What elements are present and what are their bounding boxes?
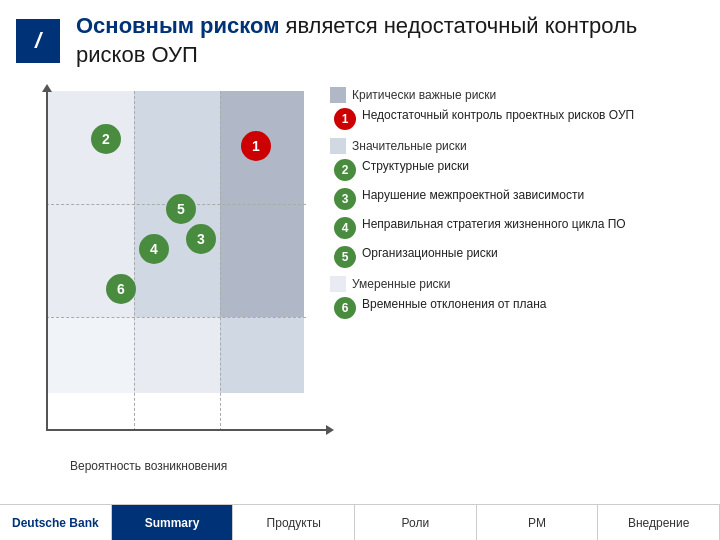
data-point-6: 6 (106, 274, 136, 304)
zone-bm (134, 317, 220, 393)
zone-tl (48, 91, 134, 204)
legend-num-4: 4 (334, 217, 356, 239)
legend-significant-header: Значительные риски (330, 138, 702, 154)
tab-roles[interactable]: Роли (355, 505, 477, 540)
legend-critical-header: Критически важные риски (330, 87, 702, 103)
legend-significant-section: Значительные риски 2 Структурные риски 3… (330, 138, 702, 268)
logo-slash: / (35, 30, 41, 52)
legend-item-1: 1 Недостаточный контроль проектных риско… (330, 107, 702, 130)
critical-color-box (330, 87, 346, 103)
data-point-5: 5 (166, 194, 196, 224)
legend-item-3: 3 Нарушение межпроектной зависимости (330, 187, 702, 210)
title-highlight: Основным риском (76, 13, 279, 38)
legend-text-2: Структурные риски (362, 158, 469, 174)
tab-pm-label: РМ (528, 516, 546, 530)
x-axis-line (46, 429, 326, 431)
x-arrow (326, 425, 334, 435)
dash-h2 (46, 317, 306, 318)
legend-item-4: 4 Неправильная стратегия жизненного цикл… (330, 216, 702, 239)
data-point-4: 4 (139, 234, 169, 264)
moderate-color-box (330, 276, 346, 292)
legend-text-5: Организационные риски (362, 245, 498, 261)
footer: Deutsche Bank Summary Продукты Роли РМ В… (0, 504, 720, 540)
zone-bl (48, 317, 134, 393)
legend-item-2: 2 Структурные риски (330, 158, 702, 181)
significant-color-box (330, 138, 346, 154)
legend-critical-section: Критически важные риски 1 Недостаточный … (330, 87, 702, 130)
data-point-1: 1 (241, 131, 271, 161)
chart-area: Уровень влияния (10, 81, 310, 517)
legend-text-1: Недостаточный контроль проектных рисков … (362, 107, 634, 123)
header: / Основным риском является недостаточный… (0, 0, 720, 77)
tab-summary[interactable]: Summary (112, 505, 234, 540)
legend-num-6: 6 (334, 297, 356, 319)
tab-implementation[interactable]: Внедрение (598, 505, 720, 540)
legend-moderate-header: Умеренные риски (330, 276, 702, 292)
legend-text-4: Неправильная стратегия жизненного цикла … (362, 216, 626, 232)
moderate-label: Умеренные риски (352, 277, 451, 291)
critical-label: Критически важные риски (352, 88, 496, 102)
chart-grid: 1 2 3 4 5 6 (46, 91, 306, 431)
legend-moderate-section: Умеренные риски 6 Временные отклонения о… (330, 276, 702, 319)
zone-br (220, 317, 304, 393)
tab-summary-label: Summary (145, 516, 200, 530)
legend-item-6: 6 Временные отклонения от плана (330, 296, 702, 319)
logo: / (16, 19, 60, 63)
legend-num-1: 1 (334, 108, 356, 130)
zone-tm (134, 91, 220, 204)
x-axis-label: Вероятность возникновения (70, 459, 227, 473)
legend-text-3: Нарушение межпроектной зависимости (362, 187, 584, 203)
data-point-3: 3 (186, 224, 216, 254)
legend-num-3: 3 (334, 188, 356, 210)
y-axis-line (46, 91, 48, 431)
main-content: Уровень влияния (0, 77, 720, 517)
tab-roles-label: Роли (402, 516, 430, 530)
legend-num-2: 2 (334, 159, 356, 181)
dash-v2 (220, 91, 221, 431)
y-arrow (42, 84, 52, 92)
legend-num-5: 5 (334, 246, 356, 268)
page-title: Основным риском является недостаточный к… (76, 12, 704, 69)
significant-label: Значительные риски (352, 139, 467, 153)
legend-item-5: 5 Организационные риски (330, 245, 702, 268)
data-point-2: 2 (91, 124, 121, 154)
legend-text-6: Временные отклонения от плана (362, 296, 546, 312)
zone-mr (220, 204, 304, 317)
tab-products[interactable]: Продукты (233, 505, 355, 540)
tab-pm[interactable]: РМ (477, 505, 599, 540)
tab-implementation-label: Внедрение (628, 516, 689, 530)
footer-brand: Deutsche Bank (0, 505, 112, 540)
tab-products-label: Продукты (267, 516, 321, 530)
legend-panel: Критически важные риски 1 Недостаточный … (310, 81, 710, 517)
dash-v1 (134, 91, 135, 431)
